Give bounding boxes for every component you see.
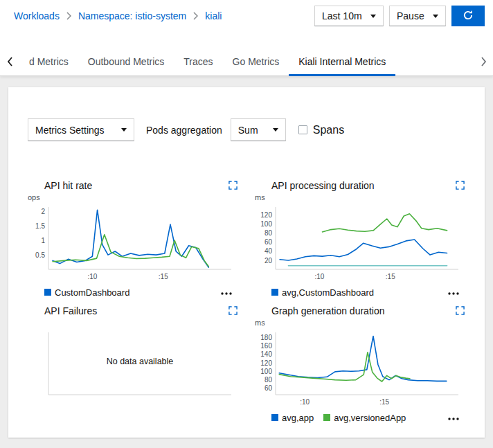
refresh-button[interactable] <box>451 6 485 26</box>
angle-right-icon <box>481 57 487 69</box>
aggregation-select[interactable]: Sum <box>231 118 286 141</box>
chart-legend-row: CustomDashboard <box>44 283 238 301</box>
svg-text:120: 120 <box>260 211 272 219</box>
legend-item[interactable]: avg,versionedApp <box>323 413 406 423</box>
tab-outbound-metrics[interactable]: Outbound Metrics <box>78 48 174 76</box>
chart-options-kebab-button[interactable] <box>217 286 235 299</box>
chart-options-kebab-button[interactable] <box>445 411 463 424</box>
kebab-icon <box>220 287 233 298</box>
svg-text::10: :10 <box>314 273 324 280</box>
chart-unit-label: ms <box>255 318 465 328</box>
tab-traces[interactable]: Traces <box>174 48 222 76</box>
svg-text:1: 1 <box>41 237 45 244</box>
duration-select[interactable]: Last 10m <box>314 6 384 26</box>
svg-text:1.5: 1.5 <box>35 222 45 230</box>
breadcrumb-workload-current[interactable]: kiali <box>205 10 222 21</box>
svg-text::15: :15 <box>159 273 168 280</box>
chart-plot: 1801601401201008060:10:15 <box>255 328 465 409</box>
chart-legend: avg,CustomDashboard <box>271 287 374 298</box>
refresh-interval-select[interactable]: Pause <box>389 6 446 26</box>
charts-grid: API hit rate ops 21.510.5:10:15 CustomDa… <box>8 179 485 427</box>
expand-chart-button[interactable] <box>228 306 238 316</box>
caret-down-icon <box>273 128 278 132</box>
refresh-controls: Last 10m Pause <box>314 6 485 26</box>
scroll-tabs-left-button[interactable] <box>0 48 19 76</box>
tabs: d Metrics Outbound Metrics Traces Go Met… <box>19 48 474 76</box>
chart-plot: 12010080604020:10:15 <box>255 203 465 283</box>
sync-icon <box>463 10 474 23</box>
legend-label: avg,app <box>282 413 314 423</box>
chart-header: API processing duration <box>255 179 465 192</box>
breadcrumb-workloads-link[interactable]: Workloads <box>14 10 60 21</box>
tab-inbound-metrics[interactable]: d Metrics <box>19 48 78 76</box>
svg-text:80: 80 <box>265 376 273 384</box>
expand-icon <box>228 181 237 192</box>
metrics-card: Metrics Settings Pods aggregation Sum Sp… <box>8 87 485 438</box>
tab-bar: d Metrics Outbound Metrics Traces Go Met… <box>0 32 493 76</box>
legend-color-swatch <box>271 289 278 296</box>
kebab-icon <box>447 413 460 423</box>
chart-legend-row: avg,CustomDashboard <box>271 283 465 301</box>
svg-text:0.5: 0.5 <box>35 251 45 259</box>
scroll-tabs-right-button[interactable] <box>474 48 493 76</box>
svg-text:100: 100 <box>260 220 272 228</box>
angle-left-icon <box>7 57 13 69</box>
svg-text:20: 20 <box>265 257 273 265</box>
chart-header: API hit rate <box>28 179 238 192</box>
svg-text:120: 120 <box>260 359 272 367</box>
chart-header: Graph generation duration <box>255 304 465 318</box>
tab-go-metrics[interactable]: Go Metrics <box>223 48 289 76</box>
tab-kiali-internal-metrics[interactable]: Kiali Internal Metrics <box>289 48 395 76</box>
chart-title: API hit rate <box>44 180 92 191</box>
legend-item[interactable]: CustomDashboard <box>44 287 129 298</box>
chart-panel: Graph generation duration ms 18016014012… <box>255 304 465 427</box>
chart-options-kebab-button[interactable] <box>445 286 463 299</box>
expand-chart-button[interactable] <box>455 181 465 190</box>
duration-select-value: Last 10m <box>322 10 362 21</box>
aggregation-value: Sum <box>238 125 258 136</box>
chart-title: API Failures <box>44 305 97 316</box>
svg-text:No data available: No data available <box>107 357 174 366</box>
spans-checkbox[interactable] <box>298 125 307 134</box>
chart-plot: No data available <box>28 328 238 409</box>
svg-text::10: :10 <box>87 273 97 280</box>
expand-icon <box>456 181 465 192</box>
legend-item[interactable]: avg,app <box>271 413 314 423</box>
metrics-settings-select[interactable]: Metrics Settings <box>28 118 134 141</box>
chart-legend: CustomDashboard <box>44 287 129 298</box>
legend-label: avg,CustomDashboard <box>282 287 374 298</box>
chart-panel: API hit rate ops 21.510.5:10:15 CustomDa… <box>28 179 238 301</box>
spans-label: Spans <box>313 124 344 136</box>
svg-text:80: 80 <box>265 229 273 237</box>
svg-text:140: 140 <box>260 350 272 358</box>
breadcrumb: Workloads Namespace: istio-system kiali <box>14 10 222 21</box>
legend-item[interactable]: avg,CustomDashboard <box>271 287 374 298</box>
chevron-right-icon <box>66 12 71 20</box>
expand-chart-button[interactable] <box>228 181 238 190</box>
caret-down-icon <box>121 128 127 132</box>
legend-color-swatch <box>323 414 330 421</box>
legend-label: avg,versionedApp <box>334 413 406 423</box>
chart-unit-label: ms <box>255 192 465 203</box>
chart-legend-row: avg,appavg,versionedApp <box>271 409 465 427</box>
expand-chart-button[interactable] <box>455 306 465 316</box>
chart-plot: 21.510.5:10:15 <box>28 203 238 283</box>
chart-unit-label <box>28 318 238 328</box>
svg-text::10: :10 <box>300 398 310 406</box>
top-toolbar: Workloads Namespace: istio-system kiali … <box>0 0 493 32</box>
chart-legend-row <box>44 409 238 427</box>
svg-text::15: :15 <box>386 273 395 280</box>
chart-panel: API processing duration ms 1201008060402… <box>255 179 465 301</box>
chevron-right-icon <box>193 12 198 20</box>
chart-header: API Failures <box>28 304 238 318</box>
breadcrumb-namespace-link[interactable]: Namespace: istio-system <box>78 10 186 21</box>
caret-down-icon <box>433 15 438 18</box>
metrics-controls: Metrics Settings Pods aggregation Sum Sp… <box>8 87 485 141</box>
caret-down-icon <box>370 15 376 18</box>
spans-control: Spans <box>298 124 344 136</box>
page-header: Workloads Namespace: istio-system kiali … <box>0 0 493 76</box>
page-content: Metrics Settings Pods aggregation Sum Sp… <box>0 76 493 448</box>
chart-title: API processing duration <box>271 180 375 191</box>
legend-color-swatch <box>44 289 51 296</box>
svg-text:60: 60 <box>265 238 273 246</box>
